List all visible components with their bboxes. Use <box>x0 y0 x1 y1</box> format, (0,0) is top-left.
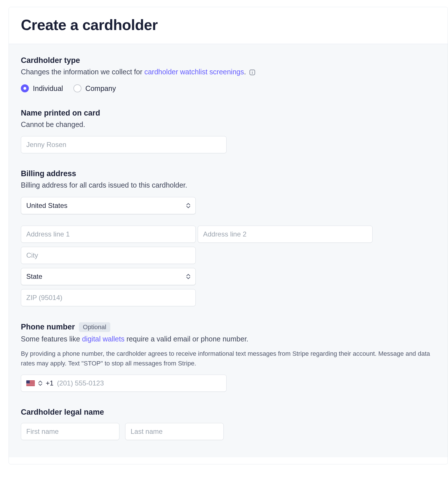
phone-input-group: +1 <box>21 375 227 392</box>
cardholder-type-subtitle-suffix: . <box>244 68 246 76</box>
billing-country-select[interactable]: United States <box>21 197 196 214</box>
panel-header: Create a cardholder <box>9 7 448 44</box>
billing-country-value: United States <box>26 202 67 210</box>
chevron-updown-icon[interactable] <box>38 380 42 386</box>
digital-wallets-link[interactable]: digital wallets <box>82 335 125 343</box>
optional-badge: Optional <box>79 322 110 332</box>
page-title: Create a cardholder <box>21 16 436 33</box>
section-billing-address: Billing address Billing address for all … <box>21 169 436 306</box>
first-name-input[interactable] <box>21 423 119 440</box>
cardholder-type-radio-group: Individual Company <box>21 84 436 93</box>
svg-point-2 <box>252 71 253 71</box>
billing-address2-input[interactable] <box>198 226 373 243</box>
radio-company-indicator <box>73 84 81 92</box>
section-name-on-card: Name printed on card Cannot be changed. <box>21 109 436 154</box>
cardholder-type-subtitle: Changes the information we collect for c… <box>21 67 436 77</box>
phone-subtitle: Some features like digital wallets requi… <box>21 334 436 345</box>
create-cardholder-panel: Create a cardholder Cardholder type Chan… <box>9 7 448 464</box>
billing-zip-input[interactable] <box>21 289 196 306</box>
chevron-updown-icon <box>186 203 190 208</box>
billing-title: Billing address <box>21 169 436 178</box>
name-on-card-input[interactable] <box>21 136 227 153</box>
section-cardholder-type: Cardholder type Changes the information … <box>21 56 436 93</box>
billing-state-value: State <box>26 273 42 281</box>
chevron-updown-icon <box>186 274 190 279</box>
section-legal-name: Cardholder legal name <box>21 408 436 440</box>
last-name-input[interactable] <box>125 423 224 440</box>
billing-subtitle: Billing address for all cards issued to … <box>21 180 436 191</box>
info-icon[interactable] <box>249 69 255 75</box>
phone-subtitle-suffix: require a valid email or phone number. <box>125 335 249 343</box>
radio-company-label: Company <box>85 84 116 93</box>
legal-name-title: Cardholder legal name <box>21 408 436 417</box>
radio-company[interactable]: Company <box>73 84 116 93</box>
cardholder-type-title: Cardholder type <box>21 56 436 65</box>
name-on-card-subtitle: Cannot be changed. <box>21 119 436 130</box>
section-phone: Phone number Optional Some features like… <box>21 322 436 392</box>
phone-subtitle-prefix: Some features like <box>21 335 82 343</box>
phone-title: Phone number <box>21 323 75 331</box>
name-on-card-title: Name printed on card <box>21 109 436 118</box>
phone-fine-print: By providing a phone number, the cardhol… <box>21 349 436 368</box>
radio-individual-indicator <box>21 84 29 92</box>
panel-body: Cardholder type Changes the information … <box>9 44 448 457</box>
watchlist-screenings-link[interactable]: cardholder watchlist screenings <box>144 68 244 76</box>
radio-individual-label: Individual <box>33 84 63 93</box>
us-flag-icon <box>26 380 35 386</box>
phone-number-input[interactable] <box>57 375 221 391</box>
billing-city-input[interactable] <box>21 247 196 264</box>
billing-address1-input[interactable] <box>21 226 196 243</box>
billing-state-select[interactable]: State <box>21 268 196 285</box>
phone-country-code: +1 <box>46 379 53 387</box>
radio-individual[interactable]: Individual <box>21 84 63 93</box>
cardholder-type-subtitle-prefix: Changes the information we collect for <box>21 68 144 76</box>
